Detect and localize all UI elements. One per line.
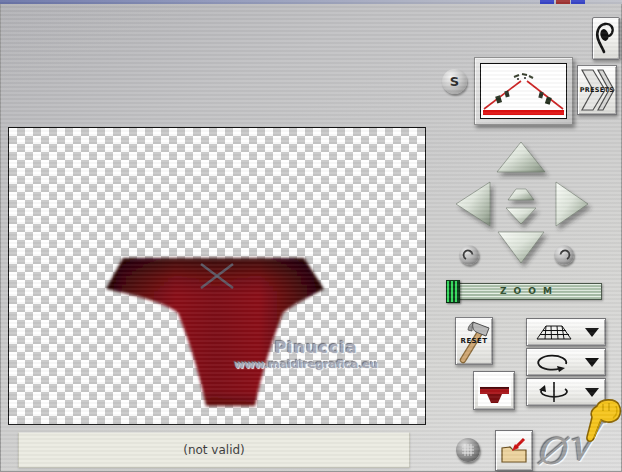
nudge-up-button[interactable] — [508, 189, 534, 200]
presets-label: PRESETS — [578, 86, 616, 94]
arrow-up-button[interactable] — [497, 142, 545, 172]
status-text: (not valid) — [183, 443, 245, 457]
zoom-label: ZOOM — [500, 286, 559, 296]
dropdown-arrow-icon — [585, 328, 599, 337]
red-shape — [9, 128, 425, 424]
status-bar: (not valid) — [18, 432, 410, 468]
s-button[interactable]: S — [442, 69, 467, 94]
dropdown-arrow-icon — [585, 358, 599, 367]
knob-left-button[interactable] — [459, 245, 479, 265]
rotate-axis-icon — [533, 381, 575, 403]
arrow-right-button[interactable] — [556, 182, 588, 226]
perspective-grid-button[interactable] — [526, 318, 606, 346]
titlebar-mark — [571, 0, 585, 4]
zoom-slider[interactable]: ZOOM — [450, 283, 602, 300]
zoom-slider-handle[interactable] — [446, 280, 460, 303]
knob-curl-icon — [459, 245, 479, 265]
knob-curl-icon — [554, 245, 574, 265]
titlebar-mark — [556, 0, 570, 4]
perspective-grid-icon — [533, 323, 575, 341]
presets-button[interactable]: PRESETS — [577, 65, 617, 115]
ear-icon — [593, 18, 617, 57]
cancel-symbol: Ø — [536, 431, 566, 472]
watermark-name: Pinuccia — [261, 338, 371, 357]
scene-preview-icon — [480, 63, 567, 119]
titlebar-mark — [540, 0, 554, 4]
cancel-button[interactable]: Ø — [536, 434, 566, 470]
reset-label: RESET — [456, 337, 492, 345]
s-button-label: S — [450, 74, 459, 89]
preview-canvas[interactable]: Pinuccia www.maidiregrafica.eu — [8, 127, 426, 425]
scene-preview-frame[interactable] — [474, 57, 573, 125]
reset-button[interactable]: RESET — [455, 317, 493, 365]
watermark-url: www.maidiregrafica.eu — [231, 358, 381, 371]
grid-icon — [462, 444, 474, 456]
pointing-hand-icon — [583, 396, 622, 448]
folder-import-icon — [499, 435, 529, 467]
arrow-left-button[interactable] — [456, 182, 490, 226]
ear-logo-button[interactable] — [592, 17, 620, 60]
source-thumbnail-button[interactable] — [473, 371, 515, 410]
rotate-circular-icon — [533, 352, 575, 372]
import-folder-button[interactable] — [495, 430, 533, 471]
source-shape-icon — [478, 376, 511, 406]
arrow-down-button[interactable] — [498, 232, 544, 263]
nudge-down-button[interactable] — [506, 208, 536, 224]
rotate-flat-button[interactable] — [526, 348, 606, 376]
titlebar-remnant — [0, 0, 622, 4]
plugin-window: Pinuccia www.maidiregrafica.eu (not vali… — [0, 0, 622, 472]
grid-ball-button[interactable] — [456, 438, 480, 462]
knob-right-button[interactable] — [554, 245, 574, 265]
